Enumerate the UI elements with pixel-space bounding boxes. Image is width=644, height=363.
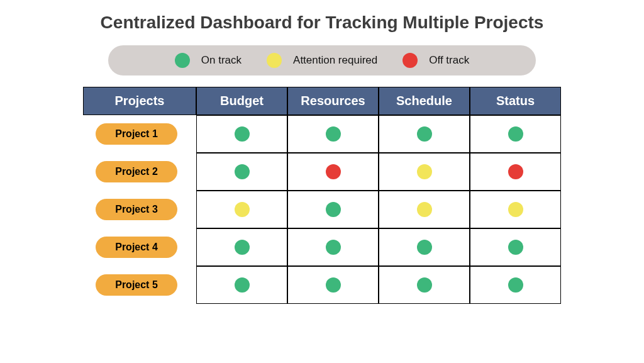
green-dot-icon (235, 164, 250, 179)
green-dot-icon (326, 240, 341, 255)
projects-table: Projects Budget Resources Schedule Statu… (83, 87, 561, 304)
legend-label: Attention required (293, 54, 377, 67)
table-row: Project 1 (83, 115, 561, 153)
page-title: Centralized Dashboard for Tracking Multi… (38, 13, 606, 33)
status-cell (470, 115, 561, 153)
green-dot-icon (508, 126, 523, 142)
budget-cell (196, 266, 287, 304)
yellow-dot-icon (235, 202, 250, 217)
table-row: Project 4 (83, 228, 561, 266)
green-dot-icon (235, 277, 250, 293)
table-row: Project 3 (83, 191, 561, 228)
legend-item-off-track: Off track (402, 53, 469, 68)
green-dot-icon (235, 240, 250, 255)
schedule-cell (379, 153, 470, 191)
schedule-cell (379, 191, 470, 228)
project-name-cell: Project 3 (83, 191, 196, 228)
col-resources: Resources (287, 87, 379, 115)
green-dot-icon (417, 240, 432, 255)
budget-cell (196, 115, 287, 153)
yellow-dot-icon (417, 202, 432, 217)
red-dot-icon (402, 53, 418, 68)
resources-cell (287, 228, 379, 266)
project-name-cell: Project 2 (83, 153, 196, 191)
yellow-dot-icon (267, 53, 282, 68)
project-pill: Project 3 (96, 199, 177, 220)
status-cell (470, 266, 561, 304)
green-dot-icon (326, 202, 341, 217)
green-dot-icon (235, 126, 250, 142)
schedule-cell (379, 115, 470, 153)
green-dot-icon (326, 277, 341, 293)
table-row: Project 5 (83, 266, 561, 304)
schedule-cell (379, 228, 470, 266)
resources-cell (287, 153, 379, 191)
project-name-cell: Project 1 (83, 115, 196, 153)
green-dot-icon (508, 240, 523, 255)
status-cell (470, 228, 561, 266)
status-legend: On track Attention required Off track (108, 45, 536, 75)
green-dot-icon (326, 126, 341, 142)
budget-cell (196, 228, 287, 266)
project-pill: Project 1 (96, 123, 177, 145)
table-row: Project 2 (83, 153, 561, 191)
col-projects: Projects (83, 87, 196, 115)
project-pill: Project 2 (96, 161, 177, 182)
green-dot-icon (417, 126, 432, 142)
status-cell (470, 153, 561, 191)
col-budget: Budget (196, 87, 287, 115)
resources-cell (287, 115, 379, 153)
legend-item-on-track: On track (175, 53, 242, 68)
project-pill: Project 4 (96, 237, 177, 258)
green-dot-icon (175, 53, 190, 68)
legend-item-attention: Attention required (267, 53, 377, 68)
green-dot-icon (508, 277, 523, 293)
budget-cell (196, 153, 287, 191)
resources-cell (287, 266, 379, 304)
green-dot-icon (417, 277, 432, 293)
table-header-row: Projects Budget Resources Schedule Statu… (83, 87, 561, 115)
red-dot-icon (326, 164, 341, 179)
project-name-cell: Project 5 (83, 266, 196, 304)
schedule-cell (379, 266, 470, 304)
status-cell (470, 191, 561, 228)
legend-label: Off track (429, 54, 469, 67)
project-name-cell: Project 4 (83, 228, 196, 266)
legend-label: On track (201, 54, 242, 67)
project-pill: Project 5 (96, 274, 177, 296)
budget-cell (196, 191, 287, 228)
yellow-dot-icon (417, 164, 432, 179)
red-dot-icon (508, 164, 523, 179)
col-schedule: Schedule (379, 87, 470, 115)
col-status: Status (470, 87, 561, 115)
resources-cell (287, 191, 379, 228)
yellow-dot-icon (508, 202, 523, 217)
